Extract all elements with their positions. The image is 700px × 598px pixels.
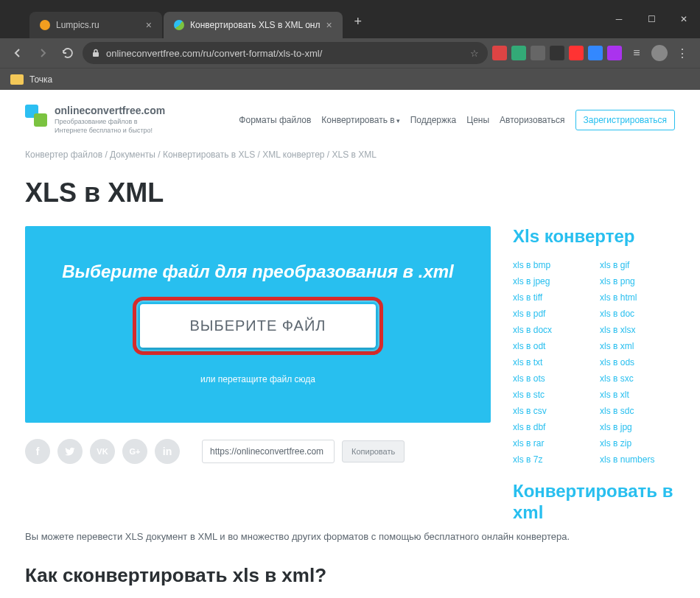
choose-file-button[interactable]: ВЫБЕРИТЕ ФАЙЛ bbox=[140, 304, 377, 348]
lock-icon bbox=[91, 49, 100, 57]
converter-link[interactable]: xls в sdc bbox=[600, 406, 675, 416]
converter-link[interactable]: xls в rar bbox=[513, 438, 588, 448]
description-text: Вы можете перевести XLS документ в XML и… bbox=[15, 524, 685, 545]
converter-link[interactable]: xls в jpg bbox=[600, 422, 675, 432]
share-url-input[interactable] bbox=[202, 440, 335, 463]
address-bar[interactable]: onlineconvertfree.com/ru/convert-format/… bbox=[83, 42, 488, 64]
extension-icon[interactable] bbox=[607, 46, 622, 60]
sidebar-heading: Xls конвертер bbox=[513, 226, 675, 247]
profile-avatar[interactable] bbox=[651, 45, 668, 61]
upload-dropzone[interactable]: Выберите файл для преобразования в .xml … bbox=[25, 226, 491, 423]
drag-hint: или перетащите файл сюда bbox=[43, 374, 473, 384]
converter-link[interactable]: xls в zip bbox=[600, 438, 675, 448]
bookmark-label[interactable]: Точка bbox=[29, 74, 52, 85]
converter-link[interactable]: xls в gif bbox=[600, 260, 675, 270]
converter-link[interactable]: xls в xlsx bbox=[600, 325, 675, 335]
tab-title: Lumpics.ru bbox=[56, 20, 99, 30]
bookmark-folder-icon[interactable] bbox=[10, 74, 24, 85]
page-title: XLS в XML bbox=[15, 164, 685, 226]
menu-button[interactable]: ⋮ bbox=[672, 43, 693, 63]
close-icon[interactable]: × bbox=[146, 20, 152, 30]
nav-login[interactable]: Авторизоваться bbox=[500, 115, 564, 125]
breadcrumb[interactable]: Конвертер файлов / Документы / Конвертир… bbox=[15, 142, 685, 164]
converter-link[interactable]: xls в txt bbox=[513, 357, 588, 367]
extension-icon[interactable] bbox=[492, 46, 507, 60]
extension-icon[interactable] bbox=[511, 46, 526, 60]
back-button[interactable] bbox=[7, 43, 28, 63]
extension-icon[interactable] bbox=[569, 46, 584, 60]
converter-link[interactable]: xls в 7z bbox=[513, 454, 588, 465]
reload-button[interactable] bbox=[57, 43, 78, 63]
logo-subtitle: Преобразование файлов в Интернете беспла… bbox=[55, 118, 158, 135]
nav-formats[interactable]: Форматы файлов bbox=[239, 115, 311, 125]
sidebar-heading-2: Конвертировать в xml bbox=[513, 481, 675, 524]
new-tab-button[interactable]: + bbox=[349, 12, 368, 31]
tab-title: Конвертировать XLS в XML онл bbox=[190, 20, 320, 30]
register-button[interactable]: Зарегистрироваться bbox=[575, 110, 675, 130]
converter-link[interactable]: xls в html bbox=[600, 292, 675, 303]
browser-tab[interactable]: Lumpics.ru × bbox=[29, 12, 162, 38]
linkedin-icon[interactable]: in bbox=[155, 439, 180, 464]
converter-link[interactable]: xls в ots bbox=[513, 373, 588, 384]
twitter-icon[interactable] bbox=[57, 439, 83, 464]
nav-convert[interactable]: Конвертировать в▾ bbox=[321, 115, 399, 125]
favicon bbox=[174, 20, 184, 30]
converter-link[interactable]: xls в docx bbox=[513, 325, 588, 335]
converter-link[interactable]: xls в ods bbox=[600, 357, 675, 367]
facebook-icon[interactable]: f bbox=[25, 439, 50, 464]
extension-icon[interactable] bbox=[588, 46, 603, 60]
converter-link[interactable]: xls в doc bbox=[600, 309, 675, 319]
minimize-button[interactable]: ─ bbox=[603, 8, 635, 30]
nav-prices[interactable]: Цены bbox=[466, 115, 489, 125]
logo-title: onlineconvertfree.com bbox=[55, 105, 165, 116]
converter-link[interactable]: xls в bmp bbox=[513, 260, 588, 270]
googleplus-icon[interactable]: G+ bbox=[122, 439, 147, 464]
url-text: onlineconvertfree.com/ru/convert-format/… bbox=[106, 48, 322, 59]
converter-link[interactable]: xls в pdf bbox=[513, 309, 588, 319]
section-heading: Как сконвертировать xls в xml? bbox=[15, 545, 685, 587]
close-icon[interactable]: × bbox=[326, 20, 332, 30]
converter-link[interactable]: xls в xml bbox=[600, 341, 675, 351]
converter-link[interactable]: xls в png bbox=[600, 276, 675, 286]
converter-link[interactable]: xls в tiff bbox=[513, 292, 588, 303]
converter-link[interactable]: xls в xlt bbox=[600, 390, 675, 400]
nav-support[interactable]: Поддержка bbox=[410, 115, 457, 125]
maximize-button[interactable]: ☐ bbox=[635, 8, 668, 30]
converter-link[interactable]: xls в sxc bbox=[600, 373, 675, 384]
copy-button[interactable]: Копировать bbox=[342, 440, 405, 462]
converter-link[interactable]: xls в odt bbox=[513, 341, 588, 351]
logo-icon bbox=[25, 105, 47, 127]
vk-icon[interactable]: VK bbox=[90, 439, 115, 464]
site-logo[interactable]: onlineconvertfree.com Преобразование фай… bbox=[25, 105, 165, 135]
converter-link[interactable]: xls в stc bbox=[513, 390, 588, 400]
reading-list-icon[interactable]: ≡ bbox=[626, 43, 647, 63]
svg-rect-0 bbox=[93, 52, 99, 57]
browser-tab-active[interactable]: Конвертировать XLS в XML онл × bbox=[164, 12, 343, 38]
converter-link[interactable]: xls в numbers bbox=[600, 454, 675, 465]
favicon bbox=[40, 20, 50, 30]
chevron-down-icon: ▾ bbox=[396, 117, 400, 124]
extension-icon[interactable] bbox=[550, 46, 564, 60]
converter-link[interactable]: xls в dbf bbox=[513, 422, 588, 432]
dropzone-title: Выберите файл для преобразования в .xml bbox=[43, 261, 473, 282]
close-window-button[interactable]: ✕ bbox=[668, 8, 700, 30]
forward-button[interactable] bbox=[32, 43, 53, 63]
extension-icon[interactable] bbox=[531, 46, 545, 60]
converter-link[interactable]: xls в csv bbox=[513, 406, 588, 416]
converter-link[interactable]: xls в jpeg bbox=[513, 276, 588, 286]
